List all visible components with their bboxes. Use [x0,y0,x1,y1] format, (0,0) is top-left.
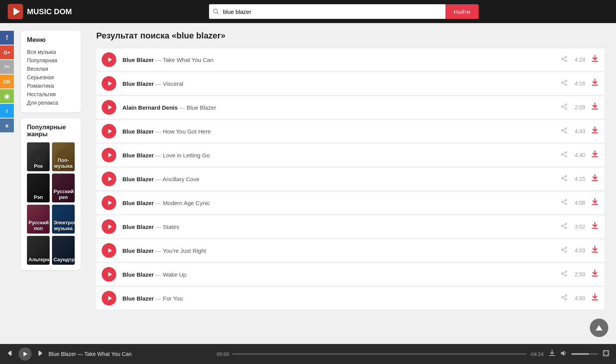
next-button[interactable] [35,350,44,359]
menu-item-popular[interactable]: Популярная [27,56,75,65]
track-play-button[interactable] [102,76,116,91]
svg-rect-88 [38,351,40,356]
svg-point-45 [565,179,567,181]
track-play-button[interactable] [102,124,116,139]
menu-item-nostalgia[interactable]: Ностальгия [27,90,75,99]
search-input[interactable] [209,4,445,19]
download-icon[interactable] [591,269,599,280]
share-icon[interactable] [561,103,567,112]
track-item[interactable]: Blue Blazer — Love in Letting Go 4:40 [96,144,604,166]
download-player-button[interactable] [548,349,556,359]
track-duration: 4:16 [573,80,585,87]
prev-button[interactable] [6,350,15,359]
track-item[interactable]: Blue Blazer — Ancillary Cove 4:15 [96,168,604,190]
svg-marker-42 [108,177,112,181]
twitter-icon[interactable]: t [0,104,14,118]
svg-marker-21 [108,105,112,110]
svg-line-75 [563,274,565,275]
svg-line-12 [563,59,565,60]
share-icon[interactable] [561,270,567,279]
genre-rusrap[interactable]: Русский реп [52,174,75,202]
track-info: Alain Bernard Denis — Blue Blazer [122,104,561,111]
download-icon[interactable] [591,54,599,65]
svg-rect-27 [592,109,598,110]
track-item[interactable]: Blue Blazer — Visceral 4:16 [96,72,604,95]
share-icon[interactable] [561,222,567,231]
share-icon[interactable] [561,79,567,88]
svg-rect-62 [592,228,598,229]
share-icon[interactable] [561,294,567,303]
genre-pop[interactable]: Поп-музыка [52,142,75,171]
track-play-button[interactable] [102,148,116,162]
genre-rock[interactable]: ♪ Рок [27,142,50,171]
track-info: Blue Blazer — You're Just Right [122,247,561,254]
track-item[interactable]: Blue Blazer — You're Just Right 4:03 [96,239,604,262]
track-play-button[interactable] [102,243,116,258]
track-info: Blue Blazer — Take What You Can [122,57,561,63]
download-icon[interactable] [591,102,599,113]
svg-point-23 [561,106,563,107]
svg-point-73 [565,275,567,276]
track-play-button[interactable] [102,195,116,210]
volume-bar[interactable] [571,353,598,355]
svg-rect-69 [592,252,598,253]
download-icon[interactable] [591,221,599,232]
progress-bar[interactable] [232,353,526,355]
track-actions: 4:16 [561,78,599,89]
genre-ruspop[interactable]: Русский поп [27,205,50,234]
share-icon[interactable] [561,151,567,160]
share-icon[interactable] [561,127,567,136]
genre-alt[interactable]: Альтернатива [27,236,50,265]
track-play-button[interactable] [102,172,116,186]
googleplus-icon[interactable]: G+ [0,45,14,59]
track-title: Blue Blazer [187,104,216,111]
play-pause-button[interactable] [18,347,32,361]
menu-item-all[interactable]: Вся музыка [27,48,75,56]
download-icon[interactable] [591,78,599,89]
odnoklassniki-icon[interactable]: OK [0,75,14,88]
download-icon[interactable] [591,126,599,137]
facebook-icon[interactable]: f [0,31,14,45]
track-item[interactable]: Blue Blazer — Wake Up 2:50 [96,263,604,286]
volume-button[interactable] [560,349,567,359]
track-item[interactable]: Blue Blazer — Modern Age Cynic 4:08 [96,192,604,214]
download-icon[interactable] [591,293,599,304]
svg-marker-70 [108,272,112,277]
track-duration: 4:08 [573,200,585,206]
track-play-button[interactable] [102,100,116,115]
genre-soundtrack[interactable]: Саундтреки [52,236,75,265]
track-play-button[interactable] [102,52,116,67]
share-icon[interactable] [561,55,567,64]
genre-rap[interactable]: Рэп [27,174,50,202]
track-play-button[interactable] [102,267,116,282]
download-icon[interactable] [591,245,599,256]
menu-item-fun[interactable]: Веселая [27,65,75,73]
share-icon[interactable] [561,199,567,207]
fullscreen-button[interactable] [602,349,610,359]
menu-item-romance[interactable]: Романтика [27,82,75,90]
track-play-button[interactable] [102,219,116,234]
search-button[interactable]: Найти [445,4,479,19]
share-icon[interactable] [561,175,567,184]
menu-item-relax[interactable]: Для релакса [27,99,75,107]
track-item[interactable]: Blue Blazer — For You 4:00 [96,287,604,309]
download-icon[interactable] [591,197,599,208]
share-icon[interactable] [561,246,567,255]
download-icon[interactable] [591,150,599,160]
track-actions: 4:00 [561,293,599,304]
genre-electronic[interactable]: Электронная музыка [52,205,75,234]
track-item[interactable]: Blue Blazer — States 3:52 [96,215,604,238]
track-item[interactable]: Blue Blazer — Take What You Can 4:24 [96,48,604,71]
track-item[interactable]: Blue Blazer — How You Got Here 4:43 [96,120,604,142]
track-item[interactable]: Alain Bernard Denis — Blue Blazer 2:09 [96,96,604,119]
download-icon[interactable] [591,174,599,184]
track-play-button[interactable] [102,291,116,306]
search-bar: Найти [209,4,479,19]
clipboard-icon[interactable]: ✂ [0,60,14,74]
menu-item-serious[interactable]: Серьезная [27,73,75,82]
svg-line-11 [563,57,565,58]
logo[interactable]: MUSIC DOM [8,4,72,19]
nut-icon[interactable]: ◉ [0,89,14,103]
scroll-top-button[interactable] [590,319,608,337]
vkontakte-icon[interactable]: в [0,119,14,132]
